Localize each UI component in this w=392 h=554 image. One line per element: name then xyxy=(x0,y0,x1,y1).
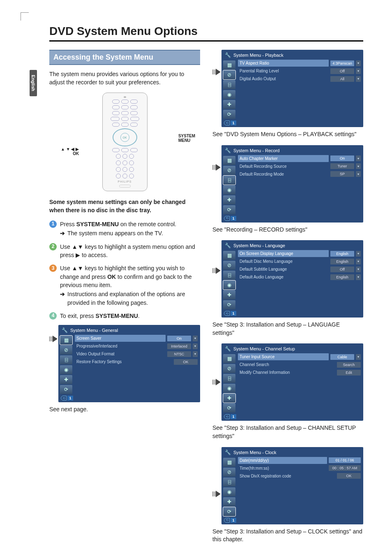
page-indicator: ⟲1 xyxy=(224,518,236,523)
menu-row-label: Progressive/Interlaced xyxy=(75,343,166,350)
callout-system: SYSTEM xyxy=(178,134,195,138)
menu-nav-icon: ⌸ xyxy=(223,271,235,280)
menu-nav-icon: ✚ xyxy=(223,290,235,299)
section-heading: Accessing the System Menu xyxy=(49,50,200,65)
menu-nav-icons: ▦⊘⌸◉✚⟳ ⟲1 xyxy=(223,155,236,221)
arrow-icon: ➔ xyxy=(60,290,65,307)
menu-row: Default Recording Source Tuner ▾ xyxy=(238,163,361,170)
menu-row-label: Video Output Format xyxy=(75,350,166,357)
menu-row-value: Interlaced xyxy=(167,343,191,349)
menu-row: Time(hh:mm:ss) 00 : 05 : 57 AM xyxy=(238,465,361,472)
menu-nav-icon: ▦ xyxy=(223,251,235,260)
pointer-icon xyxy=(49,336,58,342)
menu-row: Progressive/Interlaced Interlaced ▾ xyxy=(75,343,198,350)
menu-panel: 🔧System Menu - Playback ▦⊘⌸◉✚⟳ ⟲1 TV Asp… xyxy=(221,50,363,127)
step3-sub: Instructions and explanation of the opti… xyxy=(67,290,200,307)
menu-panel: 🔧System Menu - Clock ▦⊘⌸◉✚⟳ ⟲1 Date(mm/d… xyxy=(221,447,363,524)
menu-row-value: OK xyxy=(337,473,361,479)
menu-rows: Date(mm/dd/yy) 01 / 01 / 06 Time(hh:mm:s… xyxy=(238,457,361,523)
menu-row-value: 4:3Panscan xyxy=(330,60,354,66)
menu-row-label: Default Audio Language xyxy=(238,274,329,280)
menu-row-value: On xyxy=(167,336,191,341)
title-rule xyxy=(49,40,363,42)
menu-row-label: Time(hh:mm:ss) xyxy=(238,465,327,472)
menu-row-label: Tuner Input Source xyxy=(238,353,329,360)
menu-row-label: TV Aspect Ratio xyxy=(238,60,329,67)
ref-channel: See "Step 3: Installation and Setup – CH… xyxy=(212,424,363,440)
menu-title-text: System Menu - Record xyxy=(233,148,279,153)
menu-nav-icon: ⟳ xyxy=(223,507,235,516)
menu-row-label: Restore Factory Settings xyxy=(75,358,172,365)
menu-row: Default Audio Language English ▾ xyxy=(238,274,361,280)
menu-nav-icon: ⌸ xyxy=(223,176,235,185)
menu-nav-icons: ▦⊘⌸◉✚⟳ ⟲1 xyxy=(223,60,236,125)
dropdown-icon: ▾ xyxy=(356,163,361,169)
wrench-icon: 🔧 xyxy=(62,327,68,333)
menu-rows: Tuner Input Source Cable ▾ Channel Searc… xyxy=(238,353,361,419)
pointer-icon xyxy=(212,164,221,171)
menu-row-value: SP xyxy=(330,171,354,177)
menu-nav-icon: ▦ xyxy=(223,60,235,70)
step-1: 1 Press SYSTEM-MENU on the remote contro… xyxy=(49,220,200,238)
menu-title-text: System Menu - Clock xyxy=(233,450,277,455)
menu-row-value: Edit xyxy=(337,370,361,376)
ref-record: See "Recording – RECORD settings" xyxy=(212,226,363,234)
step-badge-3: 3 xyxy=(49,264,57,272)
menu-row-value: 00 : 05 : 57 AM xyxy=(329,465,361,471)
pointer-icon xyxy=(212,491,221,497)
menu-row-label: Screen Saver xyxy=(75,335,166,342)
dropdown-icon: ▾ xyxy=(356,267,361,272)
menu-row-value: English xyxy=(330,274,354,280)
page-indicator: ⟲1 xyxy=(61,396,73,401)
ref-language: See "Step 3: Installation and Setup – LA… xyxy=(212,321,363,337)
menu-nav-icon: ▦ xyxy=(223,354,235,363)
menu-row: Channel Search Search xyxy=(238,361,361,368)
dropdown-icon: ▾ xyxy=(356,60,361,66)
step3-text: Use ▲▼ keys to highlight the setting you… xyxy=(60,265,192,288)
menu-nav-icon: ✚ xyxy=(223,497,235,506)
menu-row-value: Off xyxy=(330,68,354,74)
menu-nav-icon: ✚ xyxy=(60,375,72,384)
menu-nav-icon: ✚ xyxy=(223,195,235,204)
menu-row: Restore Factory Settings OK xyxy=(75,358,198,365)
dropdown-icon: ▾ xyxy=(193,336,198,341)
menu-nav-icon: ▦ xyxy=(223,458,235,467)
menu-rows: On Screen Display Language English ▾ Def… xyxy=(238,250,361,316)
page-indicator: ⟲1 xyxy=(224,216,236,221)
menu-nav-icon: ◉ xyxy=(223,185,235,195)
menu-row-label: Date(mm/dd/yy) xyxy=(238,457,327,464)
menu-row-label: Default Subtitle Language xyxy=(238,266,329,273)
menu-row-value: 01 / 01 / 06 xyxy=(329,457,361,463)
menu-nav-icon: ⊘ xyxy=(223,468,235,477)
menu-nav-icon: ◉ xyxy=(223,90,235,99)
menu-title-bar: 🔧System Menu - General xyxy=(60,327,198,335)
menu-rows: Screen Saver On ▾ Progressive/Interlaced… xyxy=(75,335,198,401)
dropdown-icon: ▾ xyxy=(193,343,198,349)
page-title: DVD System Menu Options xyxy=(49,25,363,38)
menu-title-bar: 🔧System Menu - Channel Setup xyxy=(223,345,361,353)
menu-panel: 🔧System Menu - General ▦⊘⌸◉✚⟳ ⟲1 Screen … xyxy=(58,325,200,402)
menu-panel: 🔧System Menu - Record ▦⊘⌸◉✚⟳ ⟲1 Auto Cha… xyxy=(221,145,363,223)
dropdown-icon: ▾ xyxy=(356,259,361,264)
menu-nav-icon: ⊘ xyxy=(223,166,235,175)
dropdown-icon: ▾ xyxy=(356,155,361,161)
arrow-icon: ➔ xyxy=(60,229,65,237)
ref-playback: See "DVD System Menu Options – PLAYBACK … xyxy=(212,130,363,139)
bold-note: Some system menu settings can only be ch… xyxy=(49,198,200,215)
manual-page: English DVD System Menu Options Accessin… xyxy=(0,0,392,554)
dropdown-icon: ▾ xyxy=(193,351,198,357)
menu-row: Parental Rating Level Off ▾ xyxy=(238,67,361,74)
callout-ok-arrows: ▲ ▼ ◀ ▶ OK xyxy=(61,147,79,156)
menu-row: TV Aspect Ratio 4:3Panscan ▾ xyxy=(238,60,361,67)
menu-title-bar: 🔧System Menu - Record xyxy=(223,147,361,155)
pointer-icon xyxy=(212,69,221,75)
pointer-icon xyxy=(212,267,221,274)
dropdown-icon: ▾ xyxy=(356,68,361,74)
menu-nav-icons: ▦⊘⌸◉✚⟳ ⟲1 xyxy=(60,335,73,401)
step1-sub: The system menu appears on the TV. xyxy=(67,229,163,237)
menu-row-value: NTSC xyxy=(167,351,191,357)
step-2: 2 Use ▲▼ keys to highlight a system menu… xyxy=(49,243,200,260)
menu-row: Default Subtitle Language Off ▾ xyxy=(238,266,361,273)
menu-nav-icon: ⟳ xyxy=(223,300,235,309)
ref-clock: See "Step 3: Installation and Setup – CL… xyxy=(212,528,363,544)
